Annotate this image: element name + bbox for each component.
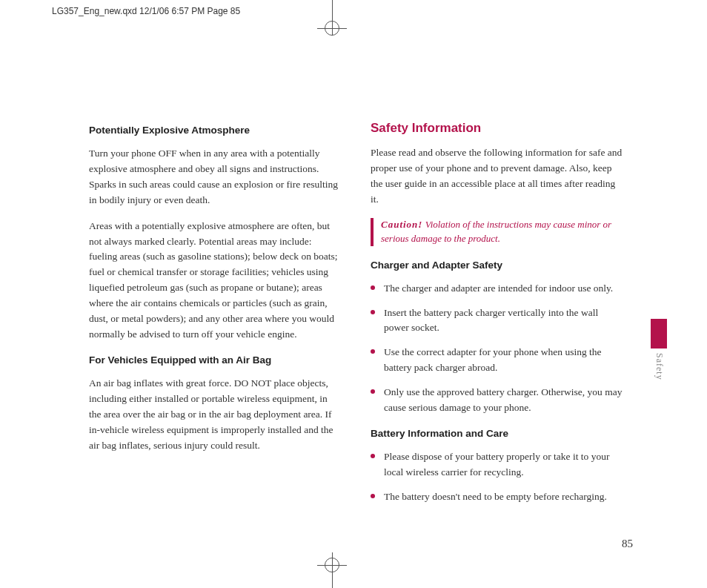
heading-battery-info: Battery Information and Care	[371, 426, 623, 442]
battery-list: Please dispose of your battery properly …	[371, 449, 623, 505]
running-header: LG357_Eng_new.qxd 12/1/06 6:57 PM Page 8…	[52, 6, 240, 16]
heading-charger-safety: Charger and Adapter Safety	[371, 258, 623, 274]
body-text: Areas with a potentially explosive atmos…	[89, 219, 341, 343]
registration-mark-icon	[332, 21, 333, 36]
caution-label: Caution!	[381, 219, 422, 230]
body-text: Please read and observe the following in…	[371, 145, 623, 208]
list-item: The charger and adapter are intended for…	[371, 281, 623, 297]
left-column: Potentially Explosive Atmosphere Turn yo…	[89, 119, 341, 515]
caution-block: Caution! Violation of the instructions m…	[371, 218, 623, 246]
charger-list: The charger and adapter are intended for…	[371, 281, 623, 416]
heading-airbag: For Vehicles Equipped with an Air Bag	[89, 353, 341, 369]
content-area: Potentially Explosive Atmosphere Turn yo…	[89, 119, 623, 515]
tab-label: Safety	[654, 353, 665, 380]
right-column: Safety Information Please read and obser…	[371, 119, 623, 515]
section-title-safety-info: Safety Information	[371, 119, 623, 138]
list-item: Please dispose of your battery properly …	[371, 449, 623, 480]
body-text: Turn your phone OFF when in any area wit…	[89, 146, 341, 208]
list-item: Only use the approved battery charger. O…	[371, 385, 623, 416]
registration-mark-icon	[332, 558, 333, 572]
list-item: Use the correct adapter for your phone w…	[371, 345, 623, 376]
heading-explosive-atmosphere: Potentially Explosive Atmosphere	[89, 123, 341, 139]
page-number: 85	[622, 538, 633, 550]
body-text: An air bag inflates with great force. DO…	[89, 376, 341, 454]
tab-marker-icon	[651, 319, 667, 348]
side-tab: Safety	[651, 319, 667, 380]
manual-page: LG357_Eng_new.qxd 12/1/06 6:57 PM Page 8…	[0, 0, 707, 588]
list-item: Insert the battery pack charger vertical…	[371, 305, 623, 337]
list-item: The battery doesn't need to be empty bef…	[371, 489, 623, 505]
